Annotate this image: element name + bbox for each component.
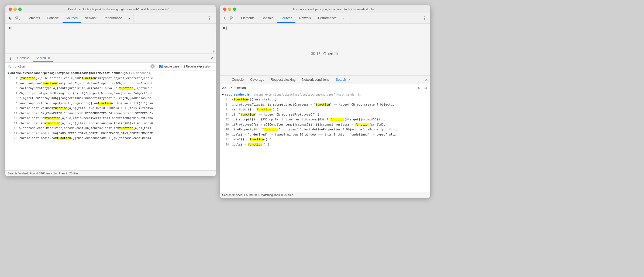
left-result-line-5[interactable]: 5 r(a);return"array"==b||"object"==b&&"n… (5, 96, 216, 101)
right-bottom-tab-request-blocking[interactable]: Request blocking (268, 77, 298, 83)
cursor-icon[interactable] (8, 15, 13, 21)
left-file-arrow: ▼ (8, 72, 9, 75)
right-full-path: chrome-extension://pkedcjkdefgpdelpbcmbm… (254, 93, 361, 96)
left-regex-label[interactable]: Regular expression (181, 65, 211, 68)
right-search-actions: ↻ ⊘ (417, 86, 428, 90)
right-dot-star-label[interactable]: .* (228, 86, 232, 90)
right-bottom-tab-coverage[interactable]: Coverage (247, 77, 267, 83)
right-search-results: ▼ cast_sender.js — chrome-extension://pk… (220, 92, 430, 192)
right-tab-network[interactable]: Network (296, 14, 314, 23)
left-status-bar: Search finished. Found 8768 matching lin… (5, 170, 216, 176)
right-bottom-tab-console[interactable]: Console (229, 77, 246, 83)
right-minimize-button[interactable] (228, 8, 231, 11)
right-bottom-panel: ⋮ Console Coverage Request blocking Netw… (220, 75, 430, 198)
inspect-icon[interactable] (15, 15, 20, 21)
left-bottom-menu[interactable]: ⋮ (8, 56, 13, 61)
right-toolbar: ▶| (220, 23, 430, 32)
left-ignore-case-label[interactable]: Ignore case (159, 65, 179, 68)
right-clear-button[interactable]: ⊘ (423, 86, 428, 90)
left-result-line-15[interactable]: 15 w("chrome.cast.Receiver",chrome.cast.… (5, 126, 216, 131)
left-close-button[interactable] (9, 8, 12, 11)
left-bottom-tab-console[interactable]: Console (15, 55, 32, 62)
right-tab-sources[interactable]: Sources (277, 14, 295, 23)
left-search-icon: 🔍 (8, 65, 12, 68)
left-tab-more[interactable]: » (126, 15, 132, 21)
left-bottom-tab-search[interactable]: Search ✕ (33, 55, 53, 62)
right-bottom-close[interactable]: ✕ (425, 78, 428, 82)
left-result-line-2[interactable]: 2 var da=h,ea="function"==typeof Object.… (5, 81, 216, 86)
left-minimize-button[interactable] (13, 8, 17, 11)
right-sidebar-toggle[interactable]: ▶| (222, 25, 228, 31)
right-search-input[interactable] (235, 86, 415, 90)
right-cursor-icon[interactable] (222, 15, 228, 21)
left-search-clear[interactable]: ✕ (150, 64, 155, 69)
right-result-line-50[interactable]: 50 …bal$$ = "undefined" != typeof window… (220, 132, 430, 137)
right-aa-label[interactable]: Aa (222, 86, 226, 90)
left-result-line-12[interactable]: 12 chrome.cast.Sa=function(a,b,c){this.r… (5, 116, 216, 121)
left-title: Developer Tools - https://developers.goo… (24, 8, 212, 11)
left-resize-handle[interactable]: ⊞ (211, 49, 216, 53)
right-tab-elements[interactable]: Elements (238, 14, 258, 23)
svg-rect-2 (230, 17, 232, 18)
right-inspect-icon[interactable] (229, 15, 235, 21)
right-tab-bar: Elements Console Sources Network Perform… (220, 13, 430, 23)
right-result-line-8[interactable]: 8 if ("function" == typeof Object.setPro… (220, 112, 430, 117)
right-close-button[interactable] (223, 8, 226, 11)
right-refresh-button[interactable]: ↻ (417, 86, 422, 90)
right-result-line-51[interactable]: 51 …mbol$$ = function() { (220, 137, 430, 142)
right-file-arrow: ▼ (222, 93, 224, 96)
left-result-line-6[interactable]: 6 v=oa:v=pa;return v.apply(null,argument… (5, 101, 216, 106)
right-tab-performance[interactable]: Performance (315, 14, 340, 23)
left-devtools-window: Developer Tools - https://developers.goo… (5, 5, 216, 176)
left-tab-menu[interactable]: ⋮ (206, 15, 213, 22)
left-result-line-4[interactable]: 4 Object.prototype.toString.call(a);if("… (5, 91, 216, 96)
left-traffic-lights (9, 8, 22, 11)
left-tab-elements[interactable]: Elements (23, 14, 43, 23)
left-search-tab-close[interactable]: ✕ (48, 56, 50, 60)
left-ignore-case-checkbox[interactable] (159, 65, 163, 68)
left-tab-network[interactable]: Network (81, 14, 100, 23)
left-result-line-19[interactable]: 19 chrome.cast.media.tb={SANS_SERIF:"SAN… (5, 131, 216, 136)
left-bottom-close[interactable]: ✕ (210, 56, 213, 60)
right-status-bar: Search finished. Found 8996 matching lin… (220, 192, 430, 198)
right-maximize-button[interactable] (233, 8, 236, 11)
left-sidebar-toggle[interactable]: ▶| (8, 25, 13, 31)
right-result-line-22[interactable]: 22 …p$jscomp$7$$ = $JSCompiler_inline_re… (220, 117, 430, 122)
left-file-header[interactable]: ▼ chrome-extension://pkedcjkdefgpdelpbcm… (5, 70, 216, 76)
left-result-line-7[interactable]: 7 chrome.cast.Volume=function(a,b){this.… (5, 106, 216, 111)
left-result-line-20[interactable]: 20 chrome.cast.media.ta=function(){this.… (5, 136, 216, 141)
right-js-filename: cast_sender.js (225, 93, 250, 96)
left-search-options: Ignore case Regular expression (157, 65, 213, 68)
left-regex-checkbox[interactable] (181, 65, 185, 68)
right-file-header[interactable]: ▼ cast_sender.js — chrome-extension://pk… (220, 92, 430, 97)
right-bottom-tab-network-conditions[interactable]: Network conditions (299, 77, 332, 83)
left-maximize-button[interactable] (18, 8, 22, 11)
right-bottom-tab-search[interactable]: Search ✕ (333, 77, 353, 83)
right-result-line-54[interactable]: 54 …bol$$ = function() { (220, 142, 430, 147)
right-tab-menu[interactable]: ⋮ (421, 15, 428, 22)
left-result-line-1[interactable]: 1 (function(){'use strict';var e,aa="fun… (5, 76, 216, 81)
right-result-line-30[interactable]: 30 …tPrototypeOf$$ = $JSCompiler_temp$js… (220, 122, 430, 127)
left-tab-bar: Elements Console Sources Network Perform… (5, 13, 216, 23)
right-tab-more[interactable]: » (340, 15, 347, 21)
left-result-line-3[interactable]: 3 ea(Array.prototype,a,{configurable:!0,… (5, 86, 216, 91)
left-match-count: (71 matches) (129, 72, 150, 75)
right-result-line-3[interactable]: 3 var $ctor$$ = function() { (220, 107, 430, 112)
right-result-line-48[interactable]: 48 …ineProperty$$ = "function" == typeof… (220, 127, 430, 132)
left-tab-sources[interactable]: Sources (63, 14, 81, 23)
right-result-line-2[interactable]: 2 …_prototypeAlias$$, $$jscomp$objectCre… (220, 102, 430, 107)
right-bottom-menu[interactable]: ⋮ (222, 77, 228, 83)
right-tab-console[interactable]: Console (258, 14, 277, 23)
left-tab-console[interactable]: Console (44, 14, 62, 23)
right-search-bar: Aa .* ↻ ⊘ (220, 84, 430, 92)
right-search-tab-close[interactable]: ✕ (348, 78, 350, 81)
right-result-line-1[interactable]: 1 (function(){'use strict'; (220, 97, 430, 102)
left-toolbar: ▶| (5, 23, 216, 32)
left-search-input[interactable] (14, 65, 148, 68)
left-result-line-14[interactable]: 14 chrome.cast.kb=function(a,b,c,d){this… (5, 121, 216, 126)
left-tab-performance[interactable]: Performance (100, 14, 125, 23)
right-title: DevTools - developers.google.com/web/too… (239, 8, 427, 11)
svg-rect-1 (16, 19, 19, 20)
left-search-results: ▼ chrome-extension://pkedcjkdefgpdelpbcm… (5, 70, 216, 170)
left-result-line-11[interactable]: 11 chrome.cast.G={CONNECTED:"connected",… (5, 111, 216, 116)
